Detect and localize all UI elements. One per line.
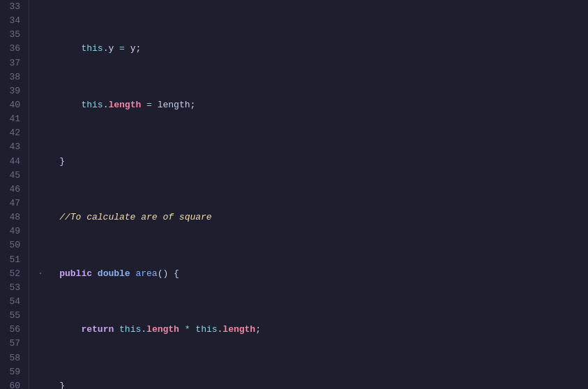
line-num-46: 46 — [6, 183, 20, 197]
line-num-59: 59 — [6, 365, 20, 379]
line-num-49: 49 — [6, 224, 20, 238]
line-num-43: 43 — [6, 140, 20, 154]
line-num-38: 38 — [6, 70, 20, 84]
line-num-51: 51 — [6, 253, 20, 267]
code-line-36: //To calculate are of square — [38, 211, 588, 224]
line-num-34: 34 — [6, 14, 20, 28]
line-num-35: 35 — [6, 28, 20, 42]
line-num-60: 60 — [6, 379, 20, 389]
line-num-39: 39 — [6, 84, 20, 98]
code-line-37: · public double area() { — [38, 267, 588, 281]
line-num-47: 47 — [6, 197, 20, 211]
line-num-54: 54 — [6, 295, 20, 309]
line-num-44: 44 — [6, 155, 20, 169]
line-numbers: 33 34 35 36 37 38 39 40 41 42 43 44 45 4… — [0, 0, 29, 389]
code-line-38: return this.length * this.length; — [38, 323, 588, 337]
code-line-34: this.length = length; — [38, 98, 588, 112]
line-num-48: 48 — [6, 211, 20, 224]
line-num-57: 57 — [6, 337, 20, 351]
line-num-55: 55 — [6, 309, 20, 323]
line-num-45: 45 — [6, 169, 20, 183]
line-num-50: 50 — [6, 238, 20, 252]
code-editor: 33 34 35 36 37 38 39 40 41 42 43 44 45 4… — [0, 0, 588, 389]
code-area[interactable]: 33 34 35 36 37 38 39 40 41 42 43 44 45 4… — [0, 0, 588, 389]
line-num-53: 53 — [6, 281, 20, 295]
line-num-52: 52 — [6, 267, 20, 281]
code-line-35: } — [38, 155, 588, 169]
line-num-58: 58 — [6, 351, 20, 365]
code-content[interactable]: this.y = y; this.length = length; } //To… — [29, 0, 588, 389]
line-num-37: 37 — [6, 56, 20, 70]
line-num-41: 41 — [6, 112, 20, 126]
line-num-36: 36 — [6, 42, 20, 56]
line-num-40: 40 — [6, 98, 20, 112]
line-num-42: 42 — [6, 126, 20, 140]
code-line-33: this.y = y; — [38, 42, 588, 56]
code-line-39: } — [38, 379, 588, 389]
line-num-33: 33 — [6, 0, 20, 14]
line-num-56: 56 — [6, 323, 20, 337]
